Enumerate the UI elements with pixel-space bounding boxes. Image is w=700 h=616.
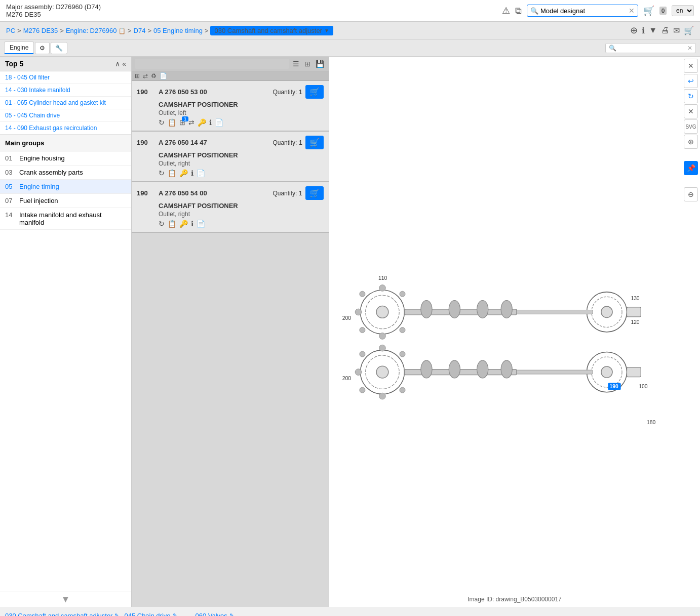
pin-btn[interactable]: 📌	[684, 161, 698, 175]
part-2-key-icon[interactable]: 🔑	[179, 220, 188, 228]
double-left-icon[interactable]: «	[122, 60, 126, 68]
svg-point-5	[355, 309, 362, 315]
header-subtitle: M276 DE35	[6, 11, 101, 18]
thumb-label-0[interactable]: 030 Camshaft and camshaft adjuster ✎	[5, 612, 119, 616]
part-2-info-icon[interactable]: ℹ	[191, 220, 193, 228]
list-view-icon[interactable]: ☰	[291, 59, 301, 68]
svg-text:130: 130	[631, 295, 639, 301]
part-0-doc-icon[interactable]: 📋	[168, 118, 176, 127]
group-item-05[interactable]: 05 Engine timing	[0, 180, 131, 194]
svg-rect-33	[517, 310, 593, 314]
breadcrumb-active[interactable]: 030 Camshaft and camshaft adjuster ▼	[210, 26, 333, 35]
breadcrumb-engine[interactable]: Engine: D276960 📋	[66, 27, 126, 34]
thumb-0-edit-icon[interactable]: ✎	[114, 612, 119, 616]
part-0-info-icon[interactable]: ℹ	[209, 118, 212, 127]
zoom-in-icon[interactable]: ⊕	[630, 25, 638, 36]
part-0-cart-btn[interactable]: 🛒	[305, 85, 324, 99]
engine-tab[interactable]: Engine	[4, 42, 34, 54]
shop-icon[interactable]: 🛒	[684, 26, 694, 35]
part-1-qty: Quantity: 1 🛒	[273, 136, 324, 149]
part-0-pos: 190	[137, 88, 154, 96]
svg-point-27	[449, 360, 460, 378]
undo-image-btn[interactable]: ↩	[684, 74, 698, 88]
settings-tab[interactable]: ⚙	[35, 42, 50, 54]
zoom-in-btn[interactable]: ⊕	[684, 135, 698, 149]
top5-item-2[interactable]: 01 - 065 Cylinder head and gasket kit	[0, 97, 131, 109]
tools-tab[interactable]: 🔧	[51, 42, 67, 54]
svg-point-17	[376, 366, 388, 378]
top5-item-4[interactable]: 14 - 090 Exhaust gas recirculation	[0, 122, 131, 135]
main-layout: Top 5 ∧ « 18 - 045 Oil filter 14 - 030 I…	[0, 57, 700, 607]
breadcrumb-pc[interactable]: PC	[6, 27, 15, 34]
dropdown-icon: ▼	[324, 28, 329, 33]
clear-search-icon[interactable]: ✕	[629, 7, 635, 15]
breadcrumb-m276[interactable]: M276 DE35	[23, 27, 58, 34]
top5-item-3[interactable]: 05 - 045 Chain drive	[0, 109, 131, 122]
save-view-icon[interactable]: 💾	[314, 59, 326, 68]
top5-item-1[interactable]: 14 - 030 Intake manifold	[0, 84, 131, 97]
part-1-file-icon[interactable]: 📄	[197, 169, 205, 177]
breadcrumb-d74[interactable]: D74	[134, 27, 146, 34]
part-0-refresh-icon[interactable]: ↻	[159, 118, 165, 127]
group-item-14[interactable]: 14 Intake manifold and exhaust manifold	[0, 208, 131, 230]
thumb-label-2[interactable]: 060 Valves ✎	[195, 612, 261, 616]
thumb-label-1[interactable]: 045 Chain drive ✎	[124, 612, 190, 616]
part-2-refresh-icon[interactable]: ↻	[159, 220, 165, 228]
info-icon[interactable]: ℹ	[642, 26, 645, 35]
thumb-2-edit-icon[interactable]: ✎	[229, 612, 234, 616]
part-2-file-icon[interactable]: 📄	[197, 220, 205, 228]
grid-view-icon[interactable]: ⊞	[303, 59, 312, 68]
parts-search-input[interactable]	[616, 45, 687, 52]
svg-point-2	[376, 306, 388, 318]
parts-icon-2[interactable]: ⇄	[143, 72, 148, 79]
warning-icon[interactable]: ⚠	[502, 5, 510, 16]
svg-btn[interactable]: SVG	[684, 119, 698, 134]
part-2-cart-btn[interactable]: 🛒	[305, 186, 324, 200]
part-1-key-icon[interactable]: 🔑	[179, 169, 188, 177]
svg-point-11	[421, 300, 432, 318]
copy-icon[interactable]: ⧉	[515, 6, 522, 16]
part-0-qty: Quantity: 1 🛒	[273, 85, 324, 99]
part-0-name: CAMSHAFT POSITIONER	[159, 101, 324, 108]
part-0-file-icon[interactable]: 📄	[215, 118, 223, 127]
part-1-cart-btn[interactable]: 🛒	[305, 136, 324, 149]
sidebar-scroll-down[interactable]: ▼	[0, 592, 131, 607]
group-item-07[interactable]: 07 Fuel injection	[0, 194, 131, 208]
model-search-input[interactable]	[540, 7, 629, 15]
crosshair-btn[interactable]: ✕	[684, 104, 698, 118]
zoom-out-btn[interactable]: ⊖	[684, 187, 698, 201]
part-1-info-icon[interactable]: ℹ	[191, 169, 193, 177]
part-0-key-icon[interactable]: 🔑	[198, 118, 206, 127]
parts-icon-1[interactable]: ⊞	[135, 72, 140, 79]
cart-icon[interactable]: 🛒	[643, 5, 654, 16]
svg-rect-37	[517, 370, 593, 374]
top5-icons: ∧ «	[115, 60, 126, 68]
thumb-1-edit-icon[interactable]: ✎	[173, 612, 177, 616]
parts-icon-3[interactable]: ♻	[151, 72, 157, 79]
redo-image-btn[interactable]: ↻	[684, 89, 698, 103]
part-0-table-icon[interactable]: ⊞1	[179, 118, 185, 127]
group-item-01[interactable]: 01 Engine housing	[0, 151, 131, 166]
close-image-btn[interactable]: ✕	[684, 59, 698, 73]
filter-icon[interactable]: ▼	[649, 26, 657, 35]
part-2-desc: Outlet, right	[159, 211, 324, 218]
svg-point-3	[379, 284, 386, 291]
parts-search-bar[interactable]	[135, 59, 289, 69]
parts-search-clear[interactable]: ✕	[687, 45, 692, 52]
language-select[interactable]: en de	[672, 5, 694, 16]
print-icon[interactable]: 🖨	[661, 26, 669, 35]
svg-point-23	[360, 351, 365, 356]
header: Major assembly: D276960 (D74) M276 DE35 …	[0, 0, 700, 22]
group-item-03[interactable]: 03 Crank assembly parts	[0, 166, 131, 180]
part-0-arrows-icon[interactable]: ⇄	[188, 118, 195, 127]
collapse-icon[interactable]: ∧	[115, 60, 120, 68]
part-1-doc-icon[interactable]: 📋	[168, 169, 176, 177]
part-1-refresh-icon[interactable]: ↻	[159, 169, 165, 177]
thumb-item-2: 060 Valves ✎	[195, 612, 261, 616]
svg-point-20	[355, 368, 362, 375]
top5-item-0[interactable]: 18 - 045 Oil filter	[0, 71, 131, 84]
breadcrumb-engine-timing[interactable]: 05 Engine timing	[153, 27, 203, 34]
mail-icon[interactable]: ✉	[673, 26, 680, 35]
part-2-doc-icon[interactable]: 📋	[168, 220, 176, 228]
parts-icon-4[interactable]: 📄	[160, 72, 167, 79]
